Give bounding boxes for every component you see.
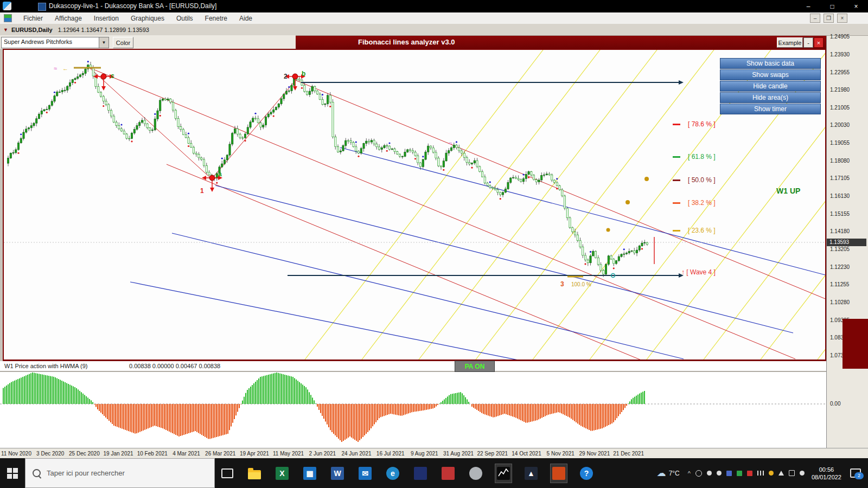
task-view-button[interactable]: [215, 458, 240, 488]
date-label: 22 Sep 2021: [474, 451, 512, 457]
indicator-pane[interactable]: [0, 372, 826, 448]
file-explorer-icon[interactable]: [246, 464, 263, 483]
app-logo-icon: [3, 2, 11, 10]
usb-device-icon[interactable]: [551, 464, 567, 483]
word-icon[interactable]: W: [329, 464, 346, 483]
analyzer-button-show-timer[interactable]: Show timer: [720, 104, 821, 114]
phone-icon[interactable]: [789, 470, 795, 476]
photos-icon[interactable]: ▲: [523, 464, 539, 483]
analyzer-close-button[interactable]: ×: [814, 37, 824, 48]
menu-outils[interactable]: Outils: [170, 15, 199, 22]
notification-badge: 2: [854, 472, 864, 479]
person-icon[interactable]: [695, 470, 702, 477]
date-axis[interactable]: 11 Nov 20203 Dec 202025 Dec 202019 Jan 2…: [0, 448, 868, 459]
mail-icon[interactable]: ✉: [357, 464, 373, 483]
menu-graphiques[interactable]: Graphiques: [125, 15, 170, 22]
notification-center-button[interactable]: 2: [848, 466, 863, 480]
power-icon[interactable]: [707, 471, 712, 476]
chart-canvas[interactable]: c2b1a3100.0 %≈≈←: [4, 50, 825, 359]
search-input[interactable]: Taper ici pour rechercher: [25, 458, 215, 488]
b-app-icon[interactable]: [747, 471, 752, 476]
window-title: Dukascopy-live-1 - Dukascopy Bank SA - […: [49, 2, 216, 10]
analyzer-minimize-button[interactable]: -: [803, 37, 813, 48]
analyzer-button-hide-candle[interactable]: Hide candle: [720, 81, 821, 92]
defender-icon[interactable]: [737, 471, 742, 476]
windows-taskbar: Taper ici pour rechercher X▦W✉e▲? ☁ 7°C …: [0, 458, 868, 488]
menu-bar: FichierAffichageInsertionGraphiquesOutil…: [0, 12, 868, 24]
example-button[interactable]: Example: [777, 37, 803, 48]
browser-icon[interactable]: [769, 471, 774, 476]
onedrive-icon[interactable]: [717, 471, 722, 476]
date-label: 5 Nov 2021: [541, 451, 579, 457]
store-icon-glyph: ▦: [303, 467, 316, 480]
folder-glyph: [248, 470, 261, 479]
date-label: 11 Nov 2020: [0, 451, 35, 457]
indicator-zero-label: 0.00: [830, 401, 840, 407]
trading-app-icon[interactable]: [495, 464, 512, 483]
chart-annotation: a: [218, 170, 222, 178]
price-label: 1.24905: [830, 34, 850, 40]
indicator-header: W1 Price action with HWMA (9) 0.00838 0.…: [0, 361, 826, 371]
chart-annotation: c: [111, 72, 114, 80]
price-scale[interactable]: 1.13593 0.00 1.249051.239301.229551.2198…: [826, 36, 868, 458]
histogram-canvas: [0, 372, 826, 450]
swing-point-marker: [292, 74, 298, 79]
menu-fichier[interactable]: Fichier: [17, 15, 49, 22]
maximize-button[interactable]: □: [820, 0, 844, 12]
minimize-button[interactable]: –: [796, 0, 820, 12]
pitchfork-dropdown[interactable]: Super Andrews Pitchforks ▼: [1, 37, 109, 48]
mdi-close-button[interactable]: ×: [837, 14, 847, 23]
store-icon[interactable]: ▦: [302, 464, 318, 483]
mail-icon-glyph: ✉: [359, 467, 372, 480]
taskbar-app-icons: X▦W✉e▲?: [246, 464, 595, 483]
date-label: 4 Mar 2021: [168, 451, 206, 457]
menu-insertion[interactable]: Insertion: [88, 15, 125, 22]
analyzer-button-show-swaps[interactable]: Show swaps: [720, 69, 821, 80]
app-gray-icon[interactable]: [468, 464, 484, 483]
date-label: 21 Dec 2021: [610, 451, 648, 457]
analyzer-button-panel: Show basic dataShow swapsHide candleHide…: [720, 58, 821, 115]
menu-fenetre[interactable]: Fenetre: [199, 15, 233, 22]
search-placeholder: Taper ici pour rechercher: [47, 469, 125, 477]
app-gray-icon-glyph: [469, 467, 482, 480]
color-button[interactable]: Color: [113, 37, 133, 48]
app-red-icon-glyph: [442, 467, 455, 480]
pen-icon[interactable]: [800, 471, 805, 476]
analyzer-button-show-basic-data[interactable]: Show basic data: [720, 58, 821, 69]
indicator-values: 0.00838 0.00000 0.00467 0.00838: [129, 363, 220, 369]
weather-widget[interactable]: ☁ 7°C: [657, 467, 680, 479]
analyzer-title-bar[interactable]: Fibonacci lines analyzer v3.0 Example - …: [296, 36, 826, 49]
date-label: 16 Jul 2021: [372, 451, 410, 457]
volume-icon[interactable]: [778, 471, 784, 476]
price-label: 1.21980: [830, 87, 850, 93]
menu-aide[interactable]: Aide: [233, 15, 258, 22]
close-button[interactable]: ×: [844, 0, 868, 12]
photos-icon-glyph: ▲: [525, 467, 538, 480]
collapse-arrow-icon[interactable]: ▼: [3, 27, 8, 33]
chart-annotation: 3: [560, 280, 564, 288]
word-icon-glyph: W: [331, 467, 344, 480]
network-icon[interactable]: [757, 471, 764, 476]
app-blue-icon[interactable]: [412, 464, 429, 483]
mdi-restore-button[interactable]: ❐: [824, 14, 834, 23]
windows-logo-icon: [7, 468, 18, 479]
mdi-minimize-button[interactable]: –: [810, 14, 820, 23]
excel-icon-glyph: X: [276, 467, 289, 480]
app-red-icon[interactable]: [440, 464, 456, 483]
chart-area[interactable]: c2b1a3100.0 %≈≈← ↑ [ Wave 4 ] W1 UP [ 78…: [3, 49, 826, 361]
edge-icon[interactable]: e: [385, 464, 401, 483]
price-label: 1.14180: [830, 228, 850, 234]
price-label: 1.20030: [830, 122, 850, 128]
chevron-down-icon[interactable]: ▼: [99, 37, 108, 48]
pa-on-button[interactable]: PA ON: [455, 361, 495, 372]
menu-affichage[interactable]: Affichage: [49, 15, 88, 22]
start-button[interactable]: [0, 458, 25, 488]
teams-icon[interactable]: [726, 471, 732, 476]
help-icon[interactable]: ?: [578, 464, 595, 483]
clock[interactable]: 00:56 08/01/2022: [812, 466, 841, 481]
chart-annotation: 100.0 %: [571, 281, 591, 287]
analyzer-button-hide-area-s-[interactable]: Hide area(s): [720, 92, 821, 103]
help-icon-glyph: ?: [580, 467, 593, 480]
excel-icon[interactable]: X: [274, 464, 290, 483]
tray-overflow-chevron[interactable]: ^: [688, 470, 691, 477]
